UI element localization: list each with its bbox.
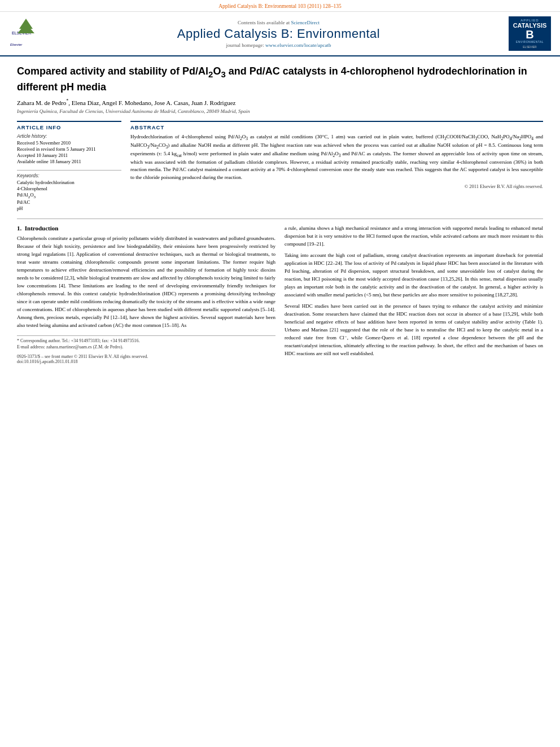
authors-line: Zahara M. de Pedro*, Elena Diaz, Angel F… xyxy=(17,98,543,106)
article-info-box: ARTICLE INFO Article history: Received 5… xyxy=(17,121,121,164)
logo-environmental: ENVIRONMENTAL xyxy=(510,40,549,43)
journal-homepage-link[interactable]: www.elsevier.com/locate/apcatb xyxy=(265,42,331,48)
received-revised: Received in revised form 5 January 2011 xyxy=(17,146,121,152)
keyword-3: Pd/Al2O3 xyxy=(17,192,121,199)
history-label: Article history: xyxy=(17,133,121,139)
bottom-info: 0926-3373/$ – see front matter © 2011 El… xyxy=(17,354,275,364)
section-divider xyxy=(17,219,543,219)
intro-heading: 1. Introduction xyxy=(17,225,275,231)
received-date: Received 5 November 2010 xyxy=(17,140,121,146)
svg-text:Elsevier: Elsevier xyxy=(10,43,23,46)
body-text-area: 1. Introduction Chlorophenols constitute… xyxy=(17,225,543,364)
right-para3: Several HDC studies have been carried ou… xyxy=(285,303,543,358)
abstract-title: ABSTRACT xyxy=(130,124,543,130)
body-right-col: a rule, alumina shows a high mechanical … xyxy=(285,225,543,364)
article-title: Compared activity and stability of Pd/Al… xyxy=(17,64,543,94)
keyword-5: pH xyxy=(17,206,121,211)
sciencedirect-link[interactable]: ScienceDirect xyxy=(291,20,320,25)
journal-center-info: Contents lists available at ScienceDirec… xyxy=(54,20,503,48)
doi-line: doi:10.1016/j.apcatb.2011.01.018 xyxy=(17,359,275,364)
available-online: Available online 18 January 2011 xyxy=(17,159,121,164)
footnote-email: E-mail address: zahara.martinez@uam.es (… xyxy=(17,344,275,350)
catalysis-logo-box: APPLIED CATALYSIS B ENVIRONMENTAL ELSEVI… xyxy=(509,16,551,51)
keyword-1: Catalytic hydrodechlorination xyxy=(17,180,121,185)
abstract-col: ABSTRACT Hydrodechlorination of 4-chloro… xyxy=(130,121,543,212)
intro-para1: Chlorophenols constitute a particular gr… xyxy=(17,235,275,329)
issn-line: 0926-3373/$ – see front matter © 2011 El… xyxy=(17,354,275,359)
journal-citation-text: Applied Catalysis B: Environmental 103 (… xyxy=(218,3,342,9)
right-para2: Taking into account the high cost of pal… xyxy=(285,252,543,299)
article-content: Compared activity and stability of Pd/Al… xyxy=(0,56,560,375)
keywords-label: Keywords: xyxy=(17,173,121,178)
footnote-area: * Corresponding author. Tel.: +34 914973… xyxy=(17,335,275,350)
article-info-title: ARTICLE INFO xyxy=(17,124,121,130)
authors-text: Zahara M. de Pedro*, Elena Diaz, Angel F… xyxy=(17,99,235,106)
keywords-section: Keywords: Catalytic hydrodechlorination … xyxy=(17,170,121,212)
logo-subtitle: ELSEVIER xyxy=(510,45,549,49)
journal-homepage: journal homepage: www.elsevier.com/locat… xyxy=(54,42,503,48)
article-info-abstract: ARTICLE INFO Article history: Received 5… xyxy=(17,121,543,212)
abstract-box: ABSTRACT Hydrodechlorination of 4-chloro… xyxy=(130,121,543,190)
accepted-date: Accepted 10 January 2011 xyxy=(17,152,121,158)
journal-title: Applied Catalysis B: Environmental xyxy=(54,27,503,41)
body-left-col: 1. Introduction Chlorophenols constitute… xyxy=(17,225,275,364)
elsevier-logo: ELSEVIER Elsevier xyxy=(9,18,49,50)
article-info-col: ARTICLE INFO Article history: Received 5… xyxy=(17,121,121,212)
journal-header: ELSEVIER Elsevier Contents lists availab… xyxy=(0,12,560,56)
abstract-text: Hydrodechlorination of 4-chlorophenol us… xyxy=(130,133,543,182)
keyword-4: Pd/AC xyxy=(17,199,121,205)
logo-b: B xyxy=(510,29,549,40)
right-para1: a rule, alumina shows a high mechanical … xyxy=(285,225,543,248)
keyword-2: 4-Chlorophenol xyxy=(17,186,121,191)
footnote-corresponding: * Corresponding author. Tel.: +34 914973… xyxy=(17,338,275,343)
affiliation-text: Ingeniería Química, Facultad de Ciencias… xyxy=(17,108,543,114)
sciencedirect-label: Contents lists available at ScienceDirec… xyxy=(54,20,503,25)
journal-citation-bar: Applied Catalysis B: Environmental 103 (… xyxy=(0,0,560,12)
copyright-text: © 2011 Elsevier B.V. All rights reserved… xyxy=(130,184,543,189)
